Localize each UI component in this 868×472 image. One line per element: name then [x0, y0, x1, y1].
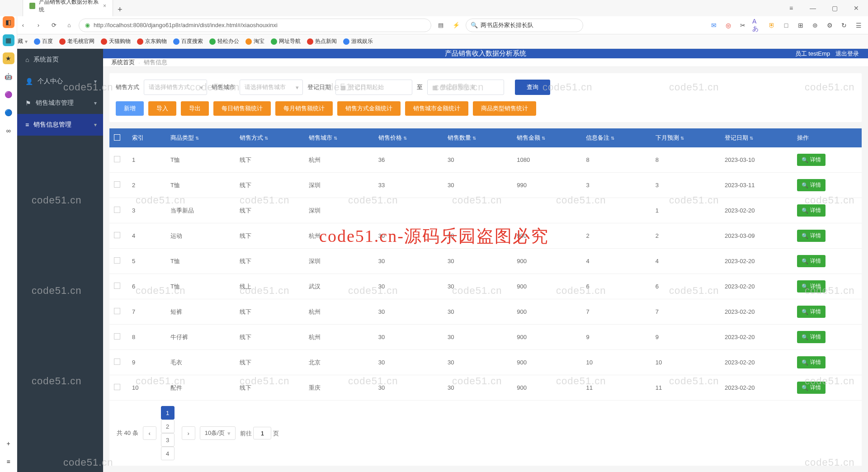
detail-button[interactable]: 🔍详情 [797, 306, 826, 318]
detail-button[interactable]: 🔍详情 [797, 179, 826, 191]
sort-icon[interactable]: ⇅ [611, 136, 614, 141]
bookmark-item[interactable]: 轻松办公 [209, 38, 239, 45]
table-header-cell[interactable]: 商品类型⇅ [166, 128, 235, 147]
forward-button[interactable]: › [33, 19, 44, 31]
sort-icon[interactable]: ⇅ [334, 136, 337, 141]
logout-link[interactable]: 退出登录 [835, 50, 859, 58]
detail-button[interactable]: 🔍详情 [797, 331, 826, 343]
goto-input[interactable] [253, 427, 271, 439]
menu-icon[interactable]: ≡ [782, 2, 800, 14]
type-stats-button[interactable]: 商品类型销售统计 [473, 101, 536, 116]
dock-icon[interactable]: ∞ [3, 125, 14, 137]
pager-page[interactable]: 4 [161, 447, 175, 460]
ext-icon[interactable]: ✂ [738, 20, 748, 30]
row-checkbox[interactable] [114, 207, 120, 213]
row-checkbox[interactable] [114, 181, 120, 188]
maximize-icon[interactable]: ▢ [826, 2, 844, 14]
dock-icon[interactable]: ◧ [3, 16, 14, 28]
ext-icon[interactable]: ⚙ [825, 20, 835, 30]
home-button[interactable]: ⌂ [63, 19, 75, 31]
bookmark-item[interactable]: 淘宝 [245, 38, 264, 45]
table-header-cell[interactable]: 销售金额⇅ [512, 128, 581, 147]
table-header-cell[interactable]: 销售数量⇅ [443, 128, 512, 147]
minimize-icon[interactable]: — [804, 2, 822, 14]
city-select[interactable]: 请选择销售城市▾ [240, 80, 303, 95]
dock-icon[interactable]: ▦ [3, 34, 14, 46]
bookmark-item[interactable]: 百度 [34, 38, 53, 45]
method-stats-button[interactable]: 销售方式金额统计 [337, 101, 401, 116]
bookmark-item[interactable]: 游戏娱乐 [343, 38, 373, 45]
new-tab-button[interactable]: + [113, 3, 127, 16]
daily-stats-button[interactable]: 每日销售额统计 [213, 101, 271, 116]
table-header-cell[interactable]: 信息备注⇅ [581, 128, 651, 147]
pager-page[interactable]: 2 [161, 420, 175, 433]
ext-icon[interactable]: ⛨ [767, 20, 777, 30]
detail-button[interactable]: 🔍详情 [797, 280, 826, 293]
bookmark-item[interactable]: 百度搜索 [173, 38, 203, 45]
sidebar-item[interactable]: 👤个人中心▾ [17, 71, 103, 92]
date-end-input[interactable]: ▦登记日期结束 [427, 80, 504, 95]
sort-icon[interactable]: ⇅ [472, 136, 476, 141]
sort-icon[interactable]: ⇅ [750, 136, 753, 141]
table-header-cell[interactable]: 登记日期⇅ [720, 128, 793, 147]
sort-icon[interactable]: ⇅ [264, 136, 268, 141]
pager-next[interactable]: › [182, 426, 195, 440]
detail-button[interactable]: 🔍详情 [797, 255, 826, 267]
detail-button[interactable]: 🔍详情 [797, 204, 826, 217]
ext-icon[interactable]: ✉ [709, 20, 719, 30]
bookmark-item[interactable]: 京东购物 [137, 38, 167, 45]
ext-icon[interactable]: Aあ [752, 20, 762, 30]
import-button[interactable]: 导入 [148, 101, 176, 116]
bookmark-item[interactable]: 网址导航 [271, 38, 301, 45]
row-checkbox[interactable] [114, 257, 120, 264]
sidebar-item[interactable]: ≡销售信息管理▾ [17, 114, 103, 136]
table-header-cell[interactable]: 销售城市⇅ [304, 128, 373, 147]
breadcrumb-home[interactable]: 系统首页 [111, 58, 135, 66]
query-button[interactable]: 查询 [515, 80, 550, 95]
row-checkbox[interactable] [114, 232, 120, 238]
detail-button[interactable]: 🔍详情 [797, 230, 826, 242]
page-size-select[interactable]: 10条/页 ▾ [200, 426, 236, 440]
bookmark-item[interactable]: 老毛桃官网 [59, 38, 94, 45]
browser-tab[interactable]: 产品销售收入数据分析系统 × [23, 0, 113, 16]
flash-icon[interactable]: ⚡ [450, 19, 462, 31]
row-checkbox[interactable] [114, 283, 120, 289]
pager-prev[interactable]: ‹ [143, 426, 156, 440]
export-button[interactable]: 导出 [181, 101, 209, 116]
select-all-checkbox[interactable] [114, 134, 120, 141]
row-checkbox[interactable] [114, 308, 120, 314]
table-header-cell[interactable] [109, 128, 127, 147]
pager-page[interactable]: 1 [161, 406, 175, 420]
add-button[interactable]: 新增 [116, 101, 144, 116]
ext-icon[interactable]: ↻ [839, 20, 849, 30]
ext-icon[interactable]: ⊞ [796, 20, 806, 30]
method-select[interactable]: 请选择销售方式▾ [144, 80, 207, 95]
monthly-stats-button[interactable]: 每月销售额统计 [275, 101, 333, 116]
ext-icon[interactable]: ⊚ [810, 20, 820, 30]
dock-icon[interactable]: 🟣 [3, 89, 14, 100]
date-start-input[interactable]: ▦登记日期起始 [335, 80, 412, 95]
sidebar-item[interactable]: ⌂系统首页 [17, 49, 103, 71]
browser-search-input[interactable]: 🔍 两书店外家长排长队 [466, 19, 583, 32]
back-button[interactable]: ‹ [17, 19, 29, 31]
dock-icon[interactable]: ★ [3, 52, 14, 64]
row-checkbox[interactable] [114, 333, 120, 340]
close-tab-icon[interactable]: × [103, 3, 106, 9]
table-header-cell[interactable]: 索引 [127, 128, 166, 147]
table-header-cell[interactable]: 操作 [793, 128, 862, 147]
dock-icon[interactable]: 🤖 [3, 71, 14, 82]
ext-icon[interactable]: ☰ [854, 20, 863, 30]
sidebar-item[interactable]: ⚑销售城市管理▾ [17, 92, 103, 114]
row-checkbox[interactable] [114, 156, 120, 162]
detail-button[interactable]: 🔍详情 [797, 382, 826, 394]
row-checkbox[interactable] [114, 359, 120, 365]
ext-icon[interactable]: ◎ [723, 20, 733, 30]
url-input[interactable]: ◉ http://localhost:8080/django61p8r/admi… [79, 19, 431, 32]
sort-icon[interactable]: ⇅ [542, 136, 545, 141]
reload-button[interactable]: ⟳ [48, 19, 60, 31]
table-header-cell[interactable]: 销售方式⇅ [235, 128, 304, 147]
close-window-icon[interactable]: ✕ [847, 2, 865, 14]
table-header-cell[interactable]: 下月预测⇅ [651, 128, 720, 147]
ext-icon[interactable]: □ [781, 20, 791, 30]
sort-icon[interactable]: ⇅ [403, 136, 407, 141]
